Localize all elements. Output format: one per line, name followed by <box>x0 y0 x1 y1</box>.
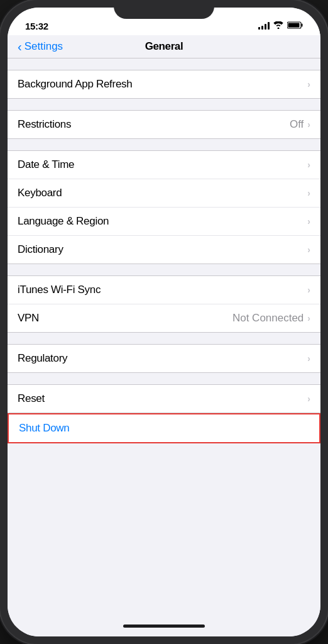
section-group-5: Regulatory › <box>8 344 320 373</box>
list-item-itunes-wifi-sync[interactable]: iTunes Wi-Fi Sync › <box>8 276 320 304</box>
spacer-5 <box>8 333 320 344</box>
chevron-icon: › <box>307 245 310 255</box>
chevron-icon: › <box>307 188 310 198</box>
status-time: 15:32 <box>25 21 48 31</box>
list-item-restrictions[interactable]: Restrictions Off › <box>8 111 320 138</box>
item-right-regulatory: › <box>307 353 310 364</box>
list-item-date-time[interactable]: Date & Time › <box>8 151 320 179</box>
notch <box>114 0 214 19</box>
item-right-date-time: › <box>307 160 310 170</box>
spacer-6 <box>8 373 320 384</box>
list-item-dictionary[interactable]: Dictionary › <box>8 236 320 264</box>
item-right-restrictions: Off › <box>290 118 310 131</box>
section-group-1: Background App Refresh › <box>8 70 320 99</box>
chevron-left-icon: ‹ <box>18 40 22 54</box>
spacer-2 <box>8 99 320 110</box>
spacer-1 <box>8 58 320 70</box>
spacer-3 <box>8 139 320 150</box>
chevron-icon: › <box>307 119 310 130</box>
spacer-4 <box>8 264 320 275</box>
list-item-regulatory[interactable]: Regulatory › <box>8 345 320 372</box>
signal-icon <box>258 22 270 30</box>
item-label-keyboard: Keyboard <box>18 187 62 199</box>
section-group-6: Reset › <box>8 384 320 413</box>
battery-icon <box>287 20 303 31</box>
item-label-regulatory: Regulatory <box>18 352 67 365</box>
chevron-icon: › <box>307 313 310 323</box>
phone-shell: 15:32 <box>0 0 328 644</box>
item-right-vpn: Not Connected › <box>232 312 310 325</box>
chevron-icon: › <box>307 160 310 170</box>
chevron-icon: › <box>307 285 310 295</box>
wifi-icon <box>273 20 283 31</box>
section-group-shutdown: Shut Down <box>8 413 320 443</box>
item-label-shut-down: Shut Down <box>19 422 69 435</box>
chevron-icon: › <box>307 79 310 89</box>
item-label-reset: Reset <box>18 392 45 405</box>
item-right-dictionary: › <box>307 245 310 255</box>
item-label-dictionary: Dictionary <box>18 243 63 256</box>
item-right-itunes-wifi-sync: › <box>307 285 310 295</box>
item-right-keyboard: › <box>307 188 310 198</box>
list-item-language-region[interactable]: Language & Region › <box>8 208 320 236</box>
item-right-1: › <box>307 79 310 89</box>
list-item-background-app-refresh[interactable]: Background App Refresh › <box>8 70 320 98</box>
section-group-3: Date & Time › Keyboard › Language & Regi… <box>8 150 320 264</box>
chevron-icon: › <box>307 394 310 404</box>
list-item-keyboard[interactable]: Keyboard › <box>8 179 320 208</box>
item-label-language-region: Language & Region <box>18 215 109 228</box>
item-right-reset: › <box>307 394 310 404</box>
restrictions-value: Off <box>290 118 303 131</box>
spacer-bottom <box>8 443 320 455</box>
item-label-background-app-refresh: Background App Refresh <box>18 78 132 91</box>
item-label-vpn: VPN <box>18 312 39 325</box>
svg-rect-2 <box>288 23 300 28</box>
item-right-language-region: › <box>307 216 310 226</box>
nav-bar: ‹ Settings General <box>8 35 320 58</box>
screen: 15:32 <box>8 8 320 636</box>
back-label: Settings <box>25 40 63 53</box>
svg-rect-1 <box>302 24 303 27</box>
page-title: General <box>145 40 183 53</box>
list-item-reset[interactable]: Reset › <box>8 385 320 413</box>
chevron-icon: › <box>307 216 310 226</box>
home-bar <box>123 625 205 628</box>
item-label-restrictions: Restrictions <box>18 118 71 131</box>
status-icons <box>258 20 303 31</box>
section-group-2: Restrictions Off › <box>8 110 320 139</box>
item-label-date-time: Date & Time <box>18 158 74 171</box>
section-group-4: iTunes Wi-Fi Sync › VPN Not Connected › <box>8 275 320 333</box>
list-item-vpn[interactable]: VPN Not Connected › <box>8 304 320 332</box>
vpn-value: Not Connected <box>232 312 303 325</box>
settings-content: Background App Refresh › Restrictions Of… <box>8 58 320 615</box>
back-button[interactable]: ‹ Settings <box>18 40 63 54</box>
item-label-itunes-wifi-sync: iTunes Wi-Fi Sync <box>18 284 101 296</box>
list-item-shut-down[interactable]: Shut Down <box>9 414 319 442</box>
home-indicator <box>8 615 320 636</box>
chevron-icon: › <box>307 353 310 364</box>
